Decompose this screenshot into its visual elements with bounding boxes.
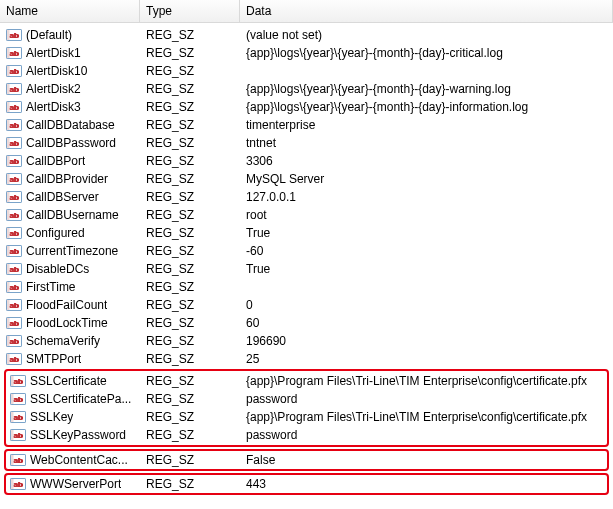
value-name-cell: ababWebContentCac... [6, 451, 140, 469]
value-data: password [240, 390, 607, 408]
registry-value-row[interactable]: ababWWWServerPortREG_SZ443 [6, 475, 607, 493]
string-value-icon: abab [6, 334, 22, 348]
string-value-icon: abab [10, 477, 26, 491]
value-data: 25 [240, 350, 613, 368]
svg-text:ab: ab [10, 247, 19, 256]
value-name-cell: ababConfigured [0, 224, 140, 242]
string-value-icon: abab [6, 172, 22, 186]
string-value-icon: abab [6, 226, 22, 240]
value-type: REG_SZ [140, 62, 240, 80]
value-name: SSLCertificate [30, 372, 107, 390]
string-value-icon: abab [6, 28, 22, 42]
value-name-cell: ababCallDBPort [0, 152, 140, 170]
value-name-cell: ababCallDBServer [0, 188, 140, 206]
string-value-icon: abab [6, 280, 22, 294]
registry-value-row[interactable]: ababSSLKeyREG_SZ{app}\Program Files\Tri-… [6, 408, 607, 426]
registry-value-row[interactable]: ababCallDBPasswordREG_SZtntnet [0, 134, 613, 152]
registry-value-row[interactable]: ababAlertDisk2REG_SZ{app}\logs\{year}\{y… [0, 80, 613, 98]
value-data: {app}\logs\{year}\{year}-{month}-{day}-c… [240, 44, 613, 62]
svg-text:ab: ab [10, 283, 19, 292]
registry-value-row[interactable]: ababFloodFailCountREG_SZ0 [0, 296, 613, 314]
string-value-icon: abab [6, 46, 22, 60]
value-name-cell: ababFirstTime [0, 278, 140, 296]
column-header-name[interactable]: Name [0, 0, 140, 22]
registry-value-row[interactable]: ababAlertDisk10REG_SZ [0, 62, 613, 80]
value-name-cell: ababSMTPPort [0, 350, 140, 368]
svg-text:ab: ab [10, 139, 19, 148]
registry-value-row[interactable]: ababCallDBServerREG_SZ127.0.0.1 [0, 188, 613, 206]
value-name: AlertDisk2 [26, 80, 81, 98]
registry-value-row[interactable]: ababAlertDisk3REG_SZ{app}\logs\{year}\{y… [0, 98, 613, 116]
registry-value-row[interactable]: ababCurrentTimezoneREG_SZ-60 [0, 242, 613, 260]
highlight-webcontentcache: ababWebContentCac...REG_SZFalse [4, 449, 609, 471]
registry-value-row[interactable]: ababFloodLockTimeREG_SZ60 [0, 314, 613, 332]
string-value-icon: abab [10, 453, 26, 467]
registry-value-row[interactable]: ababCallDBUsernameREG_SZroot [0, 206, 613, 224]
svg-text:ab: ab [10, 229, 19, 238]
string-value-icon: abab [6, 64, 22, 78]
value-name-cell: ababAlertDisk10 [0, 62, 140, 80]
value-name-cell: ababAlertDisk2 [0, 80, 140, 98]
value-type: REG_SZ [140, 372, 240, 390]
registry-value-row[interactable]: ababFirstTimeREG_SZ [0, 278, 613, 296]
value-name-cell: ababCallDBUsername [0, 206, 140, 224]
string-value-icon: abab [10, 410, 26, 424]
value-type: REG_SZ [140, 98, 240, 116]
svg-text:ab: ab [10, 85, 19, 94]
registry-value-row[interactable]: ababSchemaVerifyREG_SZ196690 [0, 332, 613, 350]
value-data: -60 [240, 242, 613, 260]
svg-text:ab: ab [10, 301, 19, 310]
string-value-icon: abab [6, 244, 22, 258]
registry-value-row[interactable]: ababConfiguredREG_SZTrue [0, 224, 613, 242]
registry-value-row[interactable]: ababWebContentCac...REG_SZFalse [6, 451, 607, 469]
registry-value-row[interactable]: ababAlertDisk1REG_SZ{app}\logs\{year}\{y… [0, 44, 613, 62]
value-name-cell: ababDisableDCs [0, 260, 140, 278]
registry-value-row[interactable]: ababCallDBDatabaseREG_SZtimenterprise [0, 116, 613, 134]
value-type: REG_SZ [140, 116, 240, 134]
column-header-data[interactable]: Data [240, 0, 613, 22]
svg-text:ab: ab [10, 157, 19, 166]
string-value-icon: abab [6, 136, 22, 150]
value-data: {app}\Program Files\Tri-Line\TIM Enterpr… [240, 408, 607, 426]
registry-value-row[interactable]: abab(Default)REG_SZ(value not set) [0, 26, 613, 44]
svg-text:ab: ab [14, 395, 23, 404]
value-data: {app}\logs\{year}\{year}-{month}-{day}-w… [240, 80, 613, 98]
value-name-cell: ababSSLCertificatePa... [6, 390, 140, 408]
registry-value-row[interactable]: ababSSLCertificatePa...REG_SZpassword [6, 390, 607, 408]
column-header-type[interactable]: Type [140, 0, 240, 22]
registry-value-row[interactable]: ababCallDBPortREG_SZ3306 [0, 152, 613, 170]
value-data: True [240, 224, 613, 242]
registry-value-row[interactable]: ababDisableDCsREG_SZTrue [0, 260, 613, 278]
value-name-cell: ababCallDBProvider [0, 170, 140, 188]
value-data: 60 [240, 314, 613, 332]
value-data: 0 [240, 296, 613, 314]
value-name-cell: ababWWWServerPort [6, 475, 140, 493]
value-data: MySQL Server [240, 170, 613, 188]
registry-value-row[interactable]: ababSMTPPortREG_SZ25 [0, 350, 613, 368]
value-name: SMTPPort [26, 350, 81, 368]
value-name: Configured [26, 224, 85, 242]
registry-value-row[interactable]: ababSSLKeyPasswordREG_SZpassword [6, 426, 607, 444]
svg-text:ab: ab [10, 193, 19, 202]
value-type: REG_SZ [140, 224, 240, 242]
registry-value-row[interactable]: ababCallDBProviderREG_SZMySQL Server [0, 170, 613, 188]
string-value-icon: abab [6, 190, 22, 204]
value-data: False [240, 451, 607, 469]
svg-text:ab: ab [14, 377, 23, 386]
value-type: REG_SZ [140, 170, 240, 188]
value-data: root [240, 206, 613, 224]
value-name: FloodFailCount [26, 296, 107, 314]
string-value-icon: abab [6, 262, 22, 276]
value-type: REG_SZ [140, 475, 240, 493]
value-name-cell: ababSSLKey [6, 408, 140, 426]
svg-text:ab: ab [14, 431, 23, 440]
value-type: REG_SZ [140, 260, 240, 278]
column-header-row: Name Type Data [0, 0, 613, 23]
value-name: CallDBDatabase [26, 116, 115, 134]
registry-value-row[interactable]: ababSSLCertificateREG_SZ{app}\Program Fi… [6, 372, 607, 390]
value-data: True [240, 260, 613, 278]
string-value-icon: abab [6, 82, 22, 96]
value-type: REG_SZ [140, 44, 240, 62]
value-type: REG_SZ [140, 451, 240, 469]
svg-text:ab: ab [10, 103, 19, 112]
